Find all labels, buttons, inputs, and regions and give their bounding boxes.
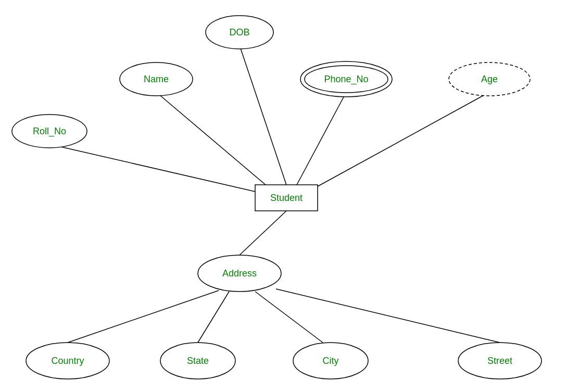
line-address-city	[255, 292, 323, 343]
line-address-country	[68, 290, 219, 343]
attr-address-label: Address	[222, 268, 257, 279]
line-student-dob	[240, 45, 286, 185]
attr-age-label: Age	[481, 74, 498, 84]
attr-city-label: City	[323, 356, 339, 366]
line-address-street	[276, 289, 500, 343]
attr-state-label: State	[187, 356, 209, 366]
attr-country-label: Country	[51, 356, 84, 366]
attr-name-label: Name	[144, 74, 169, 84]
line-student-phone	[297, 92, 346, 185]
attr-rollno-label: Roll_No	[33, 126, 66, 137]
line-student-name	[156, 92, 266, 185]
line-student-age	[318, 92, 489, 186]
attr-phone-label: Phone_No	[324, 74, 368, 85]
line-student-address	[240, 211, 286, 255]
line-student-rollno	[49, 144, 255, 192]
attr-dob-label: DOB	[229, 27, 249, 37]
line-address-state	[198, 292, 229, 343]
entity-student-label: Student	[270, 193, 303, 203]
attr-street-label: Street	[487, 356, 512, 366]
